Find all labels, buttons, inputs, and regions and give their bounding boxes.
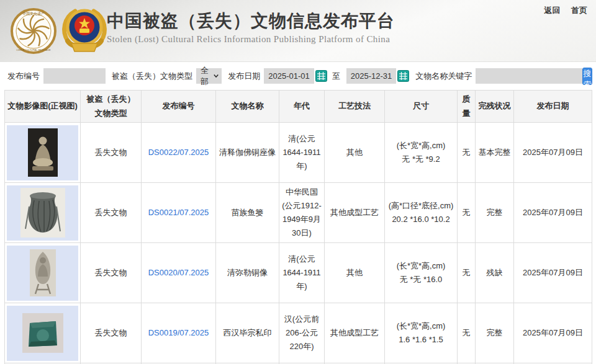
china-cultural-heritage-seal-icon: 中国文化遗产 CHINA CULTURAL HERITAGE xyxy=(10,7,57,55)
cell-image xyxy=(5,303,81,363)
cell-publish-no: DS0020/07.2025 xyxy=(142,243,216,303)
relic-thumbnail[interactable] xyxy=(7,246,78,301)
date-to-picker-button[interactable] xyxy=(397,70,409,82)
page-title: 中国被盗（丢失）文物信息发布平台 xyxy=(107,10,395,32)
cell-name: 清释伽佛铜座像 xyxy=(216,123,279,183)
cell-publish-date: 2025年07月09日 xyxy=(514,243,592,303)
cell-publish-date: 2025年07月09日 xyxy=(514,303,592,363)
cell-technique: 其他 xyxy=(325,123,385,183)
col-header-condition: 完残状况 xyxy=(476,91,514,123)
col-header-type: 被盗（丢失） 文物类型 xyxy=(81,91,142,123)
page-subtitle: Stolen (Lost) Cultural Relics Informatio… xyxy=(107,34,395,45)
chevron-down-icon xyxy=(214,74,219,78)
cell-technique: 其他 xyxy=(325,243,385,303)
col-header-technique: 工艺技法 xyxy=(325,91,385,123)
publish-no-link[interactable]: DS0021/07.2025 xyxy=(148,208,209,217)
cell-image xyxy=(5,123,81,183)
table-row: 丢失文物 DS0021/07.2025 苗族鱼篓 中华民国(公元1912-194… xyxy=(5,183,592,243)
cell-condition: 残缺 xyxy=(476,243,514,303)
cell-image xyxy=(5,243,81,303)
cell-publish-no: DS0019/07.2025 xyxy=(142,303,216,363)
cell-weight: 无 xyxy=(458,123,476,183)
cell-condition: 完整 xyxy=(476,303,514,363)
cell-technique: 其他成型工艺 xyxy=(325,303,385,363)
home-link[interactable]: 首页 xyxy=(571,6,587,15)
col-header-publish-date: 发布日期 xyxy=(514,91,592,123)
col-header-era: 年代 xyxy=(279,91,325,123)
table-row: 丢失文物 DS0019/07.2025 西汉毕宗私印 汉(公元前206-公元22… xyxy=(5,303,592,363)
page: 中国文化遗产 CHINA CULTURAL HERITAGE 中国被盗（丢失）文… xyxy=(0,0,596,364)
publish-date-label: 发布日期 xyxy=(228,71,260,82)
publish-no-link[interactable]: DS0019/07.2025 xyxy=(148,328,209,337)
cell-weight: 无 xyxy=(458,183,476,243)
table-header-row: 文物影像图(正视图) 被盗（丢失） 文物类型 发布编号 文物名称 年代 工艺技法… xyxy=(5,91,592,123)
table-row: 丢失文物 DS0020/07.2025 清弥勒铜像 清(公元1644-1911年… xyxy=(5,243,592,303)
back-link[interactable]: 返回 xyxy=(544,6,560,15)
cell-publish-no: DS0022/07.2025 xyxy=(142,123,216,183)
cell-era: 汉(公元前206-公元220年) xyxy=(279,303,325,363)
search-bar: 发布编号 被盗（丢失）文物类型 全部 发布日期 2025-01-01 至 202… xyxy=(0,62,596,90)
cell-technique: 其他成型工艺 xyxy=(325,183,385,243)
col-header-weight: 质量 xyxy=(458,91,476,123)
cell-condition: 完整 xyxy=(476,183,514,243)
cell-era: 清(公元1644-1911年) xyxy=(279,123,325,183)
publish-no-link[interactable]: DS0022/07.2025 xyxy=(148,148,209,157)
publish-no-label: 发布编号 xyxy=(7,71,40,82)
police-badge-icon xyxy=(59,5,110,58)
cell-dimensions: (高*口径*底径,cm) 20.2 *16.0 *10.2 xyxy=(385,183,458,243)
relic-type-label: 被盗（丢失）文物类型 xyxy=(112,71,192,82)
col-header-name: 文物名称 xyxy=(216,91,279,123)
relics-table: 文物影像图(正视图) 被盗（丢失） 文物类型 发布编号 文物名称 年代 工艺技法… xyxy=(4,90,592,364)
calendar-icon xyxy=(315,70,327,82)
cell-era: 清(公元1644-1911年) xyxy=(279,243,325,303)
cell-era: 中华民国(公元1912-1949年9月30日) xyxy=(279,183,325,243)
relics-table-container: 文物影像图(正视图) 被盗（丢失） 文物类型 发布编号 文物名称 年代 工艺技法… xyxy=(0,90,596,364)
keyword-label: 文物名称关键字 xyxy=(415,71,472,82)
search-button[interactable]: 搜索 xyxy=(582,68,592,85)
cell-publish-no: DS0021/07.2025 xyxy=(142,183,216,243)
seal-top-text: 中国文化遗产 xyxy=(22,11,45,16)
han-private-seal-photo xyxy=(22,313,63,353)
cell-name: 清弥勒铜像 xyxy=(216,243,279,303)
seal-bottom-text: CHINA CULTURAL HERITAGE xyxy=(16,48,51,51)
miao-fish-basket-photo xyxy=(20,188,65,237)
relic-thumbnail[interactable] xyxy=(7,125,78,180)
relic-type-select[interactable]: 全部 xyxy=(196,68,222,84)
relic-thumbnail[interactable] xyxy=(7,306,78,361)
cell-type: 丢失文物 xyxy=(81,243,142,303)
cell-type: 丢失文物 xyxy=(81,183,142,243)
cell-weight: 无 xyxy=(458,243,476,303)
cell-dimensions: (长*宽*高,cm) 1.6 *1.6 *1.5 xyxy=(385,303,458,363)
cell-dimensions: (长*宽*高,cm) 无 *无 *9.2 xyxy=(385,123,458,183)
date-range-to-label: 至 xyxy=(332,71,340,82)
relic-thumbnail[interactable] xyxy=(7,185,78,241)
calendar-icon xyxy=(397,70,409,82)
date-to-field[interactable]: 2025-12-31 xyxy=(346,68,397,84)
cell-type: 丢失文物 xyxy=(81,123,142,183)
cell-name: 苗族鱼篓 xyxy=(216,183,279,243)
table-row: 丢失文物 DS0022/07.2025 清释伽佛铜座像 清(公元1644-191… xyxy=(5,123,592,183)
maitreya-bronze-statue-photo xyxy=(30,249,56,296)
cell-image xyxy=(5,183,81,243)
site-header: 中国文化遗产 CHINA CULTURAL HERITAGE 中国被盗（丢失）文… xyxy=(0,0,596,62)
col-header-dimensions: 尺寸 xyxy=(385,91,458,123)
cell-publish-date: 2025年07月09日 xyxy=(514,123,592,183)
date-from-picker-button[interactable] xyxy=(315,70,327,82)
cell-dimensions: (长*宽*高,cm) 无 *无 *16.0 xyxy=(385,243,458,303)
col-header-publish-no: 发布编号 xyxy=(142,91,216,123)
top-nav: 返回 首页 xyxy=(535,5,587,16)
cell-publish-date: 2025年07月09日 xyxy=(514,183,592,243)
relic-type-selected-value: 全部 xyxy=(201,65,214,87)
keyword-input[interactable] xyxy=(476,68,582,84)
buddha-bronze-statue-photo xyxy=(28,128,58,177)
publish-no-input[interactable] xyxy=(43,68,106,84)
publish-no-link[interactable]: DS0020/07.2025 xyxy=(148,268,209,277)
cell-name: 西汉毕宗私印 xyxy=(216,303,279,363)
col-header-image: 文物影像图(正视图) xyxy=(5,91,81,123)
date-from-field[interactable]: 2025-01-01 xyxy=(264,68,314,84)
cell-type: 丢失文物 xyxy=(81,303,142,363)
cell-condition: 基本完整 xyxy=(476,123,514,183)
cell-weight: 无 xyxy=(458,303,476,363)
